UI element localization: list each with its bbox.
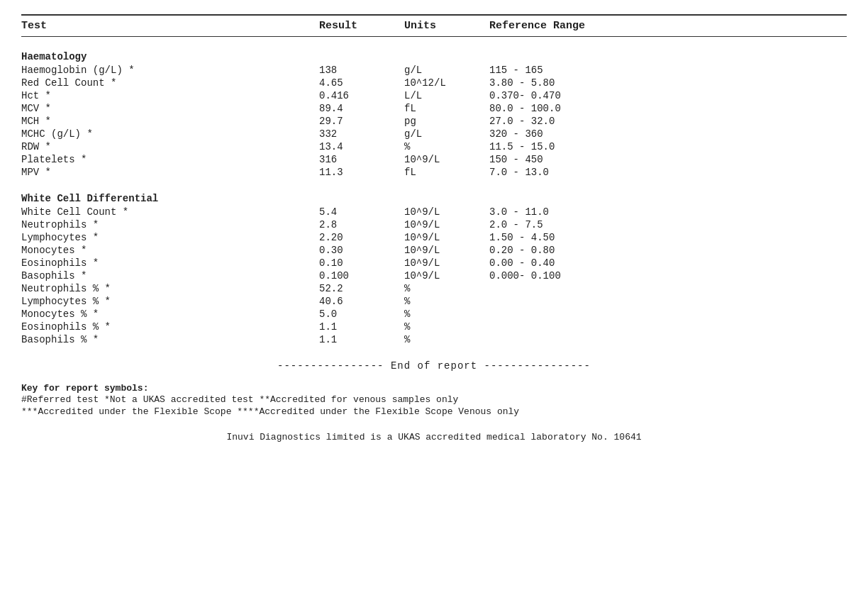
cell-test: Basophils % *: [21, 334, 319, 345]
cell-range: 11.5 - 15.0: [489, 141, 631, 152]
cell-test: Haemoglobin (g/L) *: [21, 65, 319, 76]
cell-test: Basophils *: [21, 270, 319, 282]
cell-result: 52.2: [319, 283, 404, 294]
cell-units: %: [404, 308, 489, 320]
cell-range: 320 - 360: [489, 128, 631, 140]
cell-units: %: [404, 334, 489, 345]
sections-container: HaematologyHaemoglobin (g/L) *138g/L115 …: [21, 37, 847, 346]
cell-range: [489, 321, 631, 333]
section-gap-0: [21, 37, 847, 44]
report-container: Test Result Units Reference Range Haemat…: [21, 14, 847, 442]
cell-result: 13.4: [319, 141, 404, 152]
cell-range: 0.000- 0.100: [489, 270, 631, 282]
cell-units: %: [404, 141, 489, 152]
header-units: Units: [404, 20, 489, 32]
key-title: Key for report symbols:: [21, 383, 847, 394]
table-row: Lymphocytes % *40.6%: [21, 295, 847, 308]
cell-test: RDW *: [21, 141, 319, 152]
cell-units: 10^12/L: [404, 77, 489, 89]
cell-test: Monocytes % *: [21, 308, 319, 320]
cell-units: 10^9/L: [404, 206, 489, 218]
cell-range: 0.20 - 0.80: [489, 245, 631, 256]
cell-result: 316: [319, 154, 404, 165]
cell-range: 80.0 - 100.0: [489, 103, 631, 114]
cell-units: 10^9/L: [404, 270, 489, 282]
table-row: Basophils *0.10010^9/L0.000- 0.100: [21, 269, 847, 282]
table-row: RDW *13.4%11.5 - 15.0: [21, 140, 847, 153]
cell-test: Eosinophils *: [21, 257, 319, 269]
table-row: Neutrophils % *52.2%: [21, 282, 847, 295]
cell-units: %: [404, 283, 489, 294]
cell-range: 7.0 - 13.0: [489, 167, 631, 178]
cell-result: 1.1: [319, 321, 404, 333]
cell-units: pg: [404, 116, 489, 127]
cell-result: 0.416: [319, 90, 404, 101]
cell-range: [489, 283, 631, 294]
section-header-0: Haematology: [21, 44, 847, 64]
key-line-1: ***Accredited under the Flexible Scope *…: [21, 406, 847, 418]
cell-test: MPV *: [21, 167, 319, 178]
key-line-0: #Referred test *Not a UKAS accredited te…: [21, 394, 847, 406]
table-row: Lymphocytes *2.2010^9/L1.50 - 4.50: [21, 231, 847, 244]
table-row: Red Cell Count *4.6510^12/L3.80 - 5.80: [21, 77, 847, 89]
cell-test: Neutrophils % *: [21, 283, 319, 294]
cell-range: 3.0 - 11.0: [489, 206, 631, 218]
table-header: Test Result Units Reference Range: [21, 14, 847, 37]
cell-result: 29.7: [319, 116, 404, 127]
table-row: MCV *89.4fL80.0 - 100.0: [21, 102, 847, 115]
cell-range: 150 - 450: [489, 154, 631, 165]
table-row: MCHC (g/L) *332g/L320 - 360: [21, 128, 847, 140]
cell-units: 10^9/L: [404, 154, 489, 165]
cell-result: 40.6: [319, 296, 404, 307]
cell-units: L/L: [404, 90, 489, 101]
section-header-1: White Cell Differential: [21, 186, 847, 206]
header-range: Reference Range: [489, 20, 631, 32]
cell-result: 0.10: [319, 257, 404, 269]
cell-result: 2.20: [319, 232, 404, 243]
cell-range: 3.80 - 5.80: [489, 77, 631, 89]
cell-test: Neutrophils *: [21, 219, 319, 230]
cell-units: fL: [404, 103, 489, 114]
cell-units: g/L: [404, 128, 489, 140]
table-row: Monocytes % *5.0%: [21, 308, 847, 321]
cell-test: MCV *: [21, 103, 319, 114]
table-row: MPV *11.3fL7.0 - 13.0: [21, 166, 847, 179]
footer: Inuvi Diagnostics limited is a UKAS accr…: [21, 432, 847, 442]
section-gap-1: [21, 179, 847, 186]
cell-result: 332: [319, 128, 404, 140]
table-row: White Cell Count *5.410^9/L3.0 - 11.0: [21, 206, 847, 218]
cell-result: 1.1: [319, 334, 404, 345]
cell-units: %: [404, 321, 489, 333]
cell-result: 0.100: [319, 270, 404, 282]
cell-test: Red Cell Count *: [21, 77, 319, 89]
cell-units: %: [404, 296, 489, 307]
cell-range: 1.50 - 4.50: [489, 232, 631, 243]
cell-test: MCHC (g/L) *: [21, 128, 319, 140]
table-row: Eosinophils % *1.1%: [21, 321, 847, 333]
cell-result: 0.30: [319, 245, 404, 256]
header-result: Result: [319, 20, 404, 32]
cell-units: 10^9/L: [404, 232, 489, 243]
cell-test: Hct *: [21, 90, 319, 101]
cell-test: White Cell Count *: [21, 206, 319, 218]
key-lines-container: #Referred test *Not a UKAS accredited te…: [21, 394, 847, 418]
key-section: Key for report symbols: #Referred test *…: [21, 383, 847, 418]
cell-test: Lymphocytes % *: [21, 296, 319, 307]
header-test: Test: [21, 20, 319, 32]
cell-range: [489, 334, 631, 345]
cell-units: g/L: [404, 65, 489, 76]
cell-range: 2.0 - 7.5: [489, 219, 631, 230]
cell-range: 0.00 - 0.40: [489, 257, 631, 269]
cell-range: [489, 308, 631, 320]
table-row: Basophils % *1.1%: [21, 333, 847, 346]
cell-test: Platelets *: [21, 154, 319, 165]
cell-units: fL: [404, 167, 489, 178]
cell-result: 138: [319, 65, 404, 76]
cell-units: 10^9/L: [404, 245, 489, 256]
cell-test: Lymphocytes *: [21, 232, 319, 243]
cell-result: 5.4: [319, 206, 404, 218]
cell-test: Eosinophils % *: [21, 321, 319, 333]
cell-range: 0.370- 0.470: [489, 90, 631, 101]
end-of-report: ---------------- End of report ---------…: [21, 346, 847, 379]
cell-result: 2.8: [319, 219, 404, 230]
